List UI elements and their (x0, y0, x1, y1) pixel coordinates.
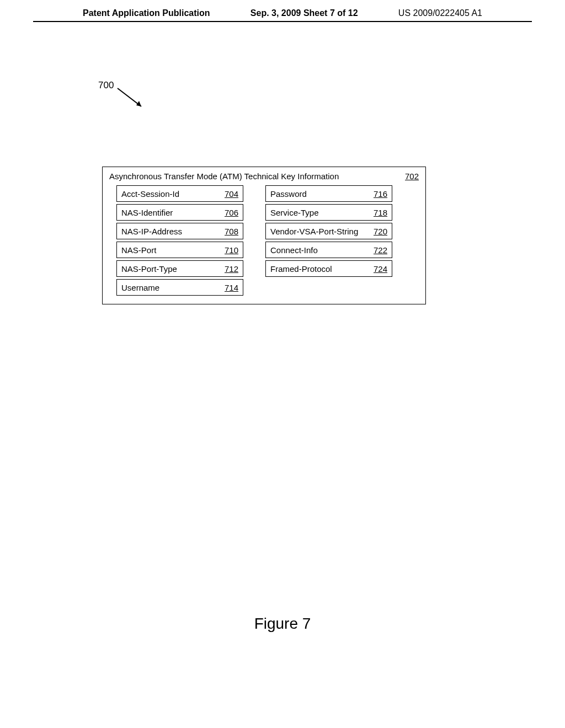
left-column: Acct-Session-Id 704 NAS-Identifier 706 N… (116, 185, 243, 296)
field-ref: 724 (374, 264, 387, 274)
field-ref: 708 (225, 227, 238, 236)
field-nas-identifier: NAS-Identifier 706 (116, 204, 243, 221)
field-nas-port-type: NAS-Port-Type 712 (116, 260, 243, 277)
main-box: Asynchronous Transfer Mode (ATM) Technic… (102, 167, 426, 304)
field-label: NAS-Port-Type (121, 264, 177, 274)
main-title-row: Asynchronous Transfer Mode (ATM) Technic… (108, 172, 420, 185)
field-ref: 718 (374, 208, 387, 217)
field-ref: 722 (374, 245, 387, 255)
field-label: NAS-IP-Address (121, 227, 182, 236)
field-ref: 714 (225, 283, 238, 292)
field-label: NAS-Identifier (121, 208, 173, 217)
field-nas-port: NAS-Port 710 (116, 242, 243, 258)
field-label: Acct-Session-Id (121, 189, 179, 199)
field-framed-protocol: Framed-Protocol 724 (265, 260, 392, 277)
field-ref: 704 (225, 189, 238, 199)
field-label: Framed-Protocol (270, 264, 332, 274)
main-box-ref: 702 (405, 172, 419, 181)
main-box-title: Asynchronous Transfer Mode (ATM) Technic… (109, 172, 339, 181)
right-column: Password 716 Service-Type 718 Vendor-VSA… (265, 185, 392, 296)
field-vendor-vsa-port-string: Vendor-VSA-Port-String 720 (265, 223, 392, 239)
columns-wrap: Acct-Session-Id 704 NAS-Identifier 706 N… (108, 185, 420, 296)
field-ref: 712 (225, 264, 238, 274)
field-label: NAS-Port (121, 245, 156, 255)
field-label: Service-Type (270, 208, 319, 217)
field-username: Username 714 (116, 279, 243, 296)
field-password: Password 716 (265, 185, 392, 202)
field-nas-ip-address: NAS-IP-Address 708 (116, 223, 243, 239)
field-acct-session-id: Acct-Session-Id 704 (116, 185, 243, 202)
field-label: Vendor-VSA-Port-String (270, 227, 358, 236)
field-label: Password (270, 189, 307, 199)
arrow-icon (115, 85, 153, 113)
header-center: Sep. 3, 2009 Sheet 7 of 12 (250, 8, 358, 18)
field-ref: 716 (374, 189, 387, 199)
field-ref: 706 (225, 208, 238, 217)
field-ref: 710 (225, 245, 238, 255)
header-right: US 2009/0222405 A1 (398, 8, 482, 18)
field-label: Username (121, 283, 159, 292)
header-left: Patent Application Publication (83, 8, 210, 18)
field-service-type: Service-Type 718 (265, 204, 392, 221)
field-label: Connect-Info (270, 245, 318, 255)
figure-caption: Figure 7 (0, 615, 565, 633)
field-connect-info: Connect-Info 722 (265, 242, 392, 258)
field-ref: 720 (374, 227, 387, 236)
figure-ref-label: 700 (98, 80, 114, 91)
page-header: Patent Application Publication Sep. 3, 2… (33, 0, 532, 22)
